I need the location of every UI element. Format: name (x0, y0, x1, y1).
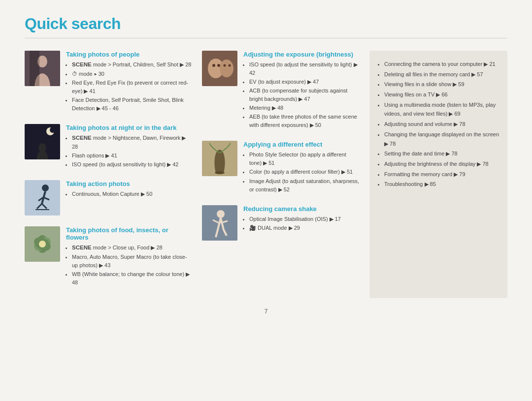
list-item: Formatting the memory card ▶ 79 (384, 170, 499, 179)
list-item: Viewing files on a TV ▶ 66 (384, 90, 499, 99)
list-item: Adjusting the brightness of the display … (384, 159, 499, 169)
main-content: Taking photos of people SCENE mode > Por… (25, 51, 507, 298)
svg-point-5 (50, 127, 56, 133)
thumb-food (25, 226, 60, 262)
svg-point-26 (229, 64, 231, 67)
section-night-body: SCENE mode > Nightscene, Dawn, Firework … (66, 134, 192, 169)
section-people-title: Taking photos of people (66, 51, 192, 58)
list-item: Viewing files in a slide show ▶ 59 (384, 80, 499, 89)
section-effect-title: Applying a different effect (243, 141, 360, 148)
svg-point-22 (220, 60, 233, 77)
section-exposure-title: Adjusting the exposure (brightness) (243, 51, 360, 58)
section-effect-body: Photo Style Selector (to apply a differe… (243, 151, 360, 193)
section-food-content: Taking photos of food, insects, or flowe… (66, 226, 192, 287)
left-column: Taking photos of people SCENE mode > Por… (25, 51, 192, 298)
section-action-content: Taking action photos Continuous, Motion … (66, 180, 192, 216)
section-night-content: Taking photos at night or in the dark SC… (66, 124, 192, 169)
middle-column: Adjusting the exposure (brightness) ISO … (202, 51, 360, 298)
section-night: Taking photos at night or in the dark SC… (25, 124, 192, 169)
list-item: Connecting the camera to your computer ▶… (384, 60, 499, 69)
section-food: Taking photos of food, insects, or flowe… (25, 226, 192, 287)
list-item: Changing the language displayed on the s… (384, 130, 499, 148)
section-action-title: Taking action photos (66, 180, 192, 187)
section-action: Taking action photos Continuous, Motion … (25, 180, 192, 216)
section-shake-title: Reducing camera shake (243, 205, 360, 213)
right-list: Connecting the camera to your computer ▶… (377, 60, 499, 189)
list-item: Adjusting sound and volume ▶ 78 (384, 120, 499, 129)
section-exposure-content: Adjusting the exposure (brightness) ISO … (243, 51, 360, 130)
list-item: Setting the date and time ▶ 78 (384, 149, 499, 158)
svg-rect-2 (30, 51, 39, 86)
list-item: Troubleshooting ▶ 85 (384, 180, 499, 189)
page-title: Quick search (25, 15, 507, 33)
right-column: Connecting the camera to your computer ▶… (369, 51, 507, 298)
section-exposure-body: ISO speed (to adjust the sensitivity to … (243, 61, 360, 129)
page-number: 7 (25, 308, 507, 315)
section-shake-body: Optical Image Stabilisation (OIS) ▶ 17 🎥… (243, 215, 360, 232)
section-shake: Reducing camera shake Optical Image Stab… (202, 205, 360, 241)
section-shake-content: Reducing camera shake Optical Image Stab… (243, 205, 360, 241)
thumb-shake (202, 205, 237, 241)
title-divider (25, 38, 507, 38)
section-effect: Applying a different effect Photo Style … (202, 141, 360, 194)
thumb-people (25, 51, 60, 86)
section-exposure: Adjusting the exposure (brightness) ISO … (202, 51, 360, 130)
section-food-title: Taking photos of food, insects, or flowe… (66, 226, 192, 241)
section-food-body: SCENE mode > Close up, Food ▶ 28 Macro, … (66, 244, 192, 287)
section-people-content: Taking photos of people SCENE mode > Por… (66, 51, 192, 113)
thumb-exposure (202, 51, 237, 86)
section-people-body: SCENE mode > Portrait, Children, Self Sh… (66, 61, 192, 113)
svg-point-23 (212, 64, 215, 67)
svg-point-30 (217, 210, 225, 218)
section-action-body: Continuous, Motion Capture ▶ 50 (66, 190, 192, 198)
list-item: Using a multimedia mode (listen to MP3s,… (384, 100, 499, 119)
section-effect-content: Applying a different effect Photo Style … (243, 141, 360, 194)
svg-point-24 (217, 64, 220, 67)
svg-point-25 (224, 64, 226, 67)
list-item: Deleting all files in the memory card ▶ … (384, 70, 499, 79)
section-people: Taking photos of people SCENE mode > Por… (25, 51, 192, 113)
thumb-effect (202, 141, 237, 176)
svg-point-19 (39, 241, 46, 247)
thumb-night (25, 124, 60, 159)
thumb-action (25, 180, 60, 216)
section-night-title: Taking photos at night or in the dark (66, 124, 192, 131)
svg-point-28 (215, 171, 225, 174)
svg-point-8 (42, 185, 49, 191)
